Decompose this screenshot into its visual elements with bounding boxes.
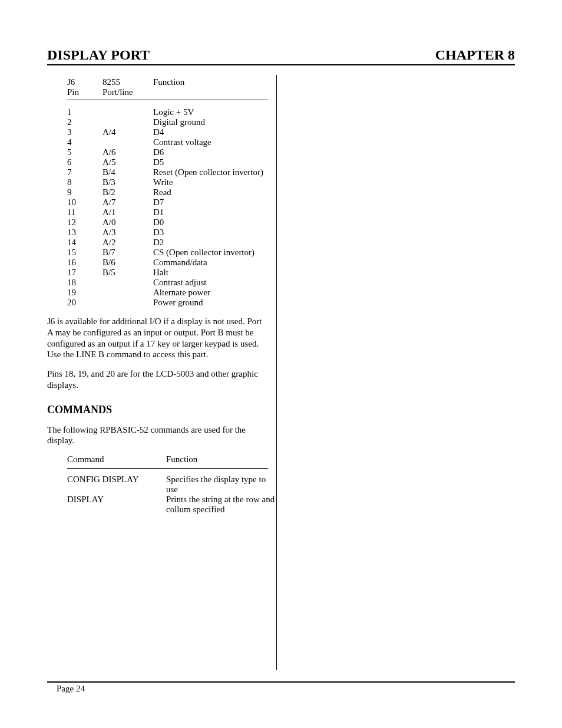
table-row: 2Digital ground bbox=[67, 117, 268, 127]
function-cell: Command/data bbox=[153, 258, 268, 268]
pin-table-rule bbox=[67, 100, 268, 100]
pin-cell: 15 bbox=[67, 248, 103, 258]
table-row: 12A/0D0 bbox=[67, 218, 268, 228]
port-cell: B/4 bbox=[103, 167, 153, 177]
page-header: DISPLAY PORT CHAPTER 8 bbox=[47, 47, 515, 65]
port-cell: B/7 bbox=[103, 248, 153, 258]
pin-cell: 17 bbox=[67, 268, 103, 278]
table-row: 19Alternate power bbox=[67, 288, 268, 298]
port-cell bbox=[103, 117, 153, 127]
cmd-table-body: CONFIG DISPLAYSpecifies the display type… bbox=[67, 475, 283, 515]
function-cell: Contrast adjust bbox=[153, 278, 268, 288]
port-cell: A/7 bbox=[103, 197, 153, 207]
port-cell bbox=[103, 107, 153, 117]
table-row: 11A/1D1 bbox=[67, 207, 268, 218]
pin-header-c3b bbox=[153, 87, 264, 97]
table-row: 5A/6D6 bbox=[67, 147, 268, 157]
pin-cell: 9 bbox=[67, 187, 103, 197]
command-func-cell: Specifies the display type to use bbox=[166, 475, 283, 495]
pin-cell: 5 bbox=[67, 147, 103, 157]
function-cell: Write bbox=[153, 177, 268, 187]
pin-cell: 13 bbox=[67, 228, 103, 238]
cmd-header-c1: Command bbox=[67, 454, 166, 465]
pin-cell: 14 bbox=[67, 238, 103, 248]
port-cell bbox=[103, 278, 153, 288]
cmd-header-c2: Function bbox=[166, 454, 283, 465]
table-row: 17B/5Halt bbox=[67, 268, 268, 278]
pin-table-body: 1Logic + 5V2Digital ground3A/4D44Contras… bbox=[67, 107, 268, 308]
pin-cell: 18 bbox=[67, 278, 103, 288]
page-number: Page 24 bbox=[47, 684, 85, 693]
table-row: 6A/5D5 bbox=[67, 157, 268, 167]
pin-cell: 3 bbox=[67, 127, 103, 137]
function-cell: D4 bbox=[153, 127, 268, 137]
port-cell: A/0 bbox=[103, 218, 153, 228]
pin-header-c2b: Port/line bbox=[103, 87, 153, 97]
subheading-commands: COMMANDS bbox=[47, 404, 268, 416]
page: DISPLAY PORT CHAPTER 8 J6 8255 Function … bbox=[0, 0, 562, 728]
pin-cell: 20 bbox=[67, 298, 103, 308]
cmd-table-rule bbox=[67, 468, 268, 469]
cmd-table-head: Command Function bbox=[67, 454, 283, 465]
table-row: 16B/6Command/data bbox=[67, 258, 268, 268]
command-cell: DISPLAY bbox=[67, 495, 166, 515]
paragraph-2: Pins 18, 19, and 20 are for the LCD-5003… bbox=[47, 368, 268, 391]
port-cell: B/5 bbox=[103, 268, 153, 278]
pin-cell: 6 bbox=[67, 157, 103, 167]
table-row: 3A/4D4 bbox=[67, 127, 268, 137]
column-divider bbox=[276, 75, 277, 670]
page-title-left: DISPLAY PORT bbox=[47, 47, 150, 63]
pin-cell: 19 bbox=[67, 288, 103, 298]
port-cell: A/6 bbox=[103, 147, 153, 157]
pin-cell: 2 bbox=[67, 117, 103, 127]
pin-cell: 7 bbox=[67, 167, 103, 177]
pin-table-container: J6 8255 Function Pin Port/line 1Logic + … bbox=[47, 77, 268, 308]
function-cell: D1 bbox=[153, 207, 268, 218]
pin-cell: 12 bbox=[67, 218, 103, 228]
function-cell: Read bbox=[153, 187, 268, 197]
table-row: 1Logic + 5V bbox=[67, 107, 268, 117]
pin-header-c1b: Pin bbox=[67, 87, 103, 97]
function-cell: CS (Open collector invertor) bbox=[153, 248, 268, 258]
left-column: J6 8255 Function Pin Port/line 1Logic + … bbox=[47, 75, 276, 670]
command-func-cell: Prints the string at the row and collum … bbox=[166, 495, 283, 515]
function-cell: D7 bbox=[153, 197, 268, 207]
port-cell: B/3 bbox=[103, 177, 153, 187]
table-row: 7B/4Reset (Open collector invertor) bbox=[67, 167, 268, 177]
function-cell: D5 bbox=[153, 157, 268, 167]
pin-cell: 16 bbox=[67, 258, 103, 268]
table-row: 13A/3D3 bbox=[67, 228, 268, 238]
content-columns: J6 8255 Function Pin Port/line 1Logic + … bbox=[47, 75, 515, 670]
table-row: 9B/2Read bbox=[67, 187, 268, 197]
table-row: 4Contrast voltage bbox=[67, 137, 268, 147]
pin-cell: 11 bbox=[67, 207, 103, 218]
port-cell bbox=[103, 298, 153, 308]
port-cell bbox=[103, 288, 153, 298]
port-cell: A/2 bbox=[103, 238, 153, 248]
function-cell: Logic + 5V bbox=[153, 107, 268, 117]
function-cell: D2 bbox=[153, 238, 268, 248]
function-cell: Alternate power bbox=[153, 288, 268, 298]
commands-intro: The following RPBASIC-52 commands are us… bbox=[47, 424, 268, 447]
function-cell: Power ground bbox=[153, 298, 268, 308]
pin-cell: 1 bbox=[67, 107, 103, 117]
pin-header-c1a: J6 bbox=[67, 77, 103, 87]
pin-cell: 10 bbox=[67, 197, 103, 207]
port-cell: A/3 bbox=[103, 228, 153, 238]
function-cell: D3 bbox=[153, 228, 268, 238]
pin-header-c2a: 8255 bbox=[103, 77, 153, 87]
table-row: 20Power ground bbox=[67, 298, 268, 308]
table-row: CONFIG DISPLAYSpecifies the display type… bbox=[67, 475, 283, 495]
port-cell: B/6 bbox=[103, 258, 153, 268]
pin-cell: 4 bbox=[67, 137, 103, 147]
paragraph-1: J6 is available for additional I/O if a … bbox=[47, 316, 268, 360]
table-row: 18Contrast adjust bbox=[67, 278, 268, 288]
page-title-right: CHAPTER 8 bbox=[435, 47, 515, 63]
table-row: 8B/3Write bbox=[67, 177, 268, 187]
function-cell: Digital ground bbox=[153, 117, 268, 127]
port-cell: A/4 bbox=[103, 127, 153, 137]
function-cell: D0 bbox=[153, 218, 268, 228]
function-cell: Halt bbox=[153, 268, 268, 278]
cmd-table-container: Command Function CONFIG DISPLAYSpecifies… bbox=[47, 454, 268, 515]
port-cell: B/2 bbox=[103, 187, 153, 197]
